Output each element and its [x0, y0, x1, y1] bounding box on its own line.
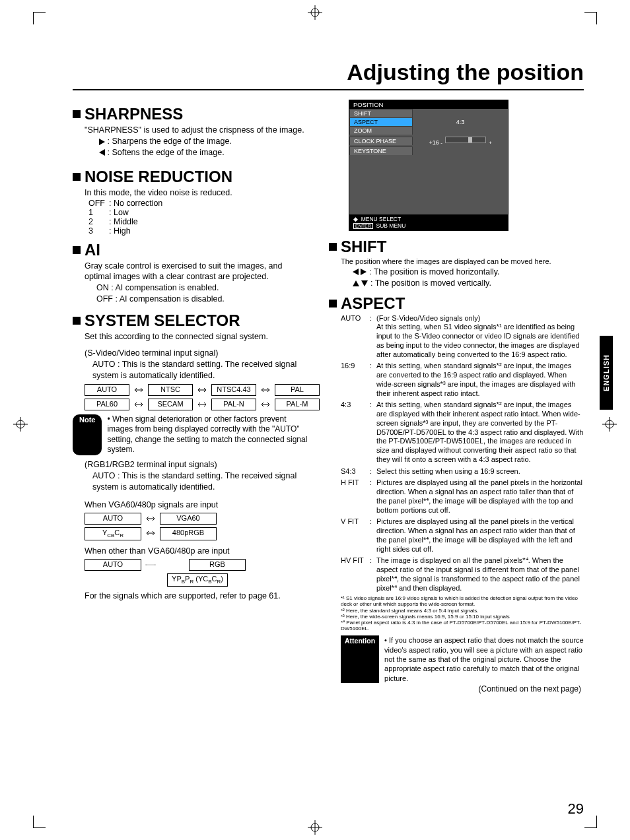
registration-mark — [13, 417, 28, 432]
shift-intro: The position where the images are displa… — [341, 257, 584, 267]
left-arrow-icon — [353, 269, 359, 275]
ai-heading: AI — [85, 241, 100, 259]
aspect-hfit: H FIT:Pictures are displayed using all t… — [341, 478, 584, 515]
sharpness-heading: SHARPNESS — [85, 105, 183, 123]
ai-on: ON : AI compensation is enabled. — [96, 282, 310, 294]
registration-mark — [308, 5, 322, 20]
vga-diagram-row1: AUTO VGA60 — [85, 513, 310, 525]
crop-mark — [33, 12, 46, 24]
bullet-icon — [73, 246, 81, 254]
shift-heading: SHIFT — [341, 238, 386, 256]
vga-label: When VGA60/480p signals are input — [85, 500, 310, 511]
continued-label: (Continued on the next page) — [329, 684, 581, 694]
other-diagram-row1: AUTO RGB — [85, 559, 310, 571]
registration-mark — [602, 417, 617, 432]
bullet-icon — [329, 300, 337, 307]
attention-badge: Attention — [341, 635, 379, 682]
noise-intro: In this mode, the video noise is reduced… — [85, 187, 310, 199]
attention-text: • If you choose an aspect ratio that doe… — [384, 635, 584, 682]
sharpness-right: : Sharpens the edge of the image. — [107, 137, 231, 146]
bullet-icon — [73, 173, 81, 181]
crop-mark — [33, 816, 46, 828]
registration-mark — [308, 820, 322, 835]
right-arrow-icon — [361, 269, 367, 275]
sys-intro: Set this according to the connected sign… — [85, 331, 310, 342]
note-badge: Note — [73, 414, 102, 455]
sys-ref: For the signals which are supported, ref… — [85, 591, 310, 602]
signal-diagram-row1: AUTO NTSC NTSC4.43 PAL — [85, 384, 310, 396]
crop-mark — [584, 816, 597, 828]
title-rule — [73, 89, 584, 90]
vga-diagram-row2: YCBCR 480pRGB — [85, 527, 310, 540]
left-arrow-icon — [99, 149, 105, 156]
bullet-icon — [73, 110, 81, 118]
aspect-heading: ASPECT — [341, 294, 405, 313]
sys-heading: SYSTEM SELECTOR — [85, 311, 240, 330]
osd-menu: POSITION SHIFT ASPECT4:3 ZOOM CLOCK PHAS… — [349, 100, 508, 231]
ai-off: OFF : AI compensation is disabled. — [96, 294, 310, 305]
note-text: • When signal deterioration or other fac… — [107, 414, 310, 455]
other-label: When other than VGA60/480p are input — [85, 546, 310, 557]
aspect-hvfit: HV FIT:The image is displayed on all the… — [341, 556, 584, 593]
sys-auto-desc: AUTO : This is the standard setting. The… — [92, 359, 310, 381]
aspect-vfit: V FIT:Pictures are displayed using all t… — [341, 517, 584, 554]
aspect-s43: S4:3:Select this setting when using a 16… — [341, 467, 584, 476]
sharpness-intro: "SHARPNESS" is used to adjust the crispn… — [85, 125, 310, 136]
aspect-footnotes: *¹ S1 video signals are 16:9 video signa… — [341, 595, 584, 631]
aspect-auto: AUTO:(For S-Video/Video signals only)At … — [341, 314, 584, 360]
signal-diagram-row2: PAL60 SECAM PAL-N PAL-M — [85, 399, 310, 410]
shift-v: : The position is moved vertically. — [370, 278, 491, 288]
sys-group2-label: (RGB1/RGB2 terminal input signals) — [85, 459, 310, 470]
down-arrow-icon — [361, 280, 368, 286]
noise-levels: OFF: No correction 1: Low 2: Middle 3: H… — [88, 199, 166, 236]
other-diagram-row2: YPBPR (YCBCR) — [85, 573, 310, 586]
noise-heading: NOISE REDUCTION — [85, 168, 232, 186]
right-arrow-icon — [99, 139, 105, 145]
up-arrow-icon — [353, 280, 359, 286]
bullet-icon — [73, 317, 81, 325]
page-title: Adjusting the position — [73, 59, 584, 85]
bullet-icon — [329, 243, 337, 251]
ai-intro: Gray scale control is exercised to suit … — [85, 261, 310, 283]
sys-group1-label: (S-Video/Video terminal input signal) — [85, 348, 310, 359]
sys-auto-desc2: AUTO : This is the standard setting. The… — [92, 470, 310, 493]
shift-h: : The position is moved horizontally. — [369, 267, 500, 276]
aspect-43: 4:3:At this setting, when standard signa… — [341, 401, 584, 464]
sharpness-left: : Softens the edge of the image. — [107, 148, 224, 157]
osd-title: POSITION — [349, 100, 508, 109]
crop-mark — [584, 12, 597, 24]
aspect-169: 16:9:At this setting, when standard sign… — [341, 362, 584, 398]
page-number: 29 — [568, 800, 584, 818]
language-tab: ENGLISH — [600, 336, 613, 410]
